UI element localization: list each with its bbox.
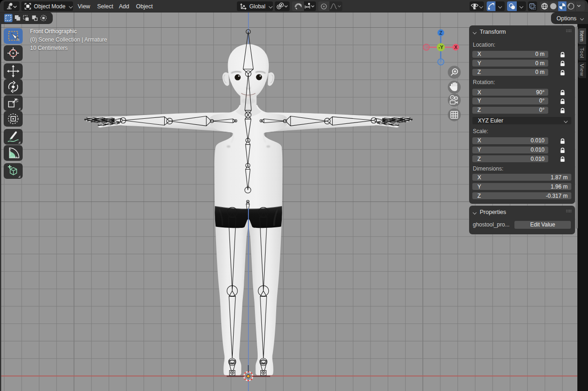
svg-text:Z: Z xyxy=(439,30,443,36)
svg-text:-Y: -Y xyxy=(439,44,444,50)
svg-text:X: X xyxy=(454,44,458,50)
